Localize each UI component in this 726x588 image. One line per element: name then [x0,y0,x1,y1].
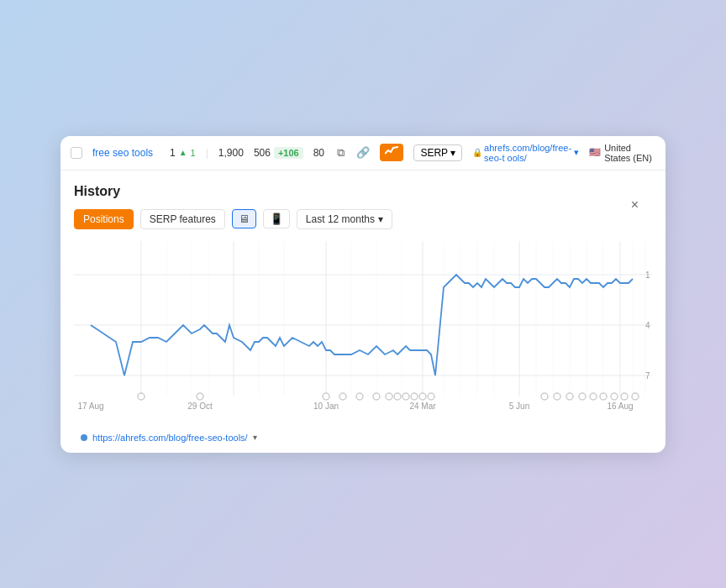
mobile-device-btn[interactable]: 📱 [263,209,290,228]
legend-url[interactable]: https://ahrefs.com/blog/free-seo-tools/ [92,433,248,443]
traffic-change-badge: +106 [274,147,303,159]
svg-point-31 [138,393,145,400]
period-button[interactable]: Last 12 months ▾ [297,209,392,229]
legend-dropdown-arrow[interactable]: ▾ [253,433,257,442]
svg-point-42 [428,393,434,400]
svg-point-45 [566,393,573,400]
svg-text:17 Aug: 17 Aug [77,402,103,411]
legend-row: https://ahrefs.com/blog/free-seo-tools/ … [74,426,652,443]
svg-text:16 Aug: 16 Aug [607,402,633,411]
svg-point-41 [419,393,426,400]
position-metric: 1 ▲ 1 [170,147,196,159]
svg-point-37 [386,393,392,400]
traffic-metric: 506 +106 [254,147,303,159]
url-link[interactable]: 🔒 ahrefs.com/blog/free-seo-t ools/ ▾ [472,143,579,163]
serp-button[interactable]: SERP ▾ [413,144,462,161]
tab-positions[interactable]: Positions [74,209,134,229]
svg-point-35 [356,393,363,400]
volume-value: 1,900 [218,147,244,159]
svg-point-44 [554,393,560,400]
svg-text:29 Oct: 29 Oct [187,402,213,411]
keyword-row: free seo tools 1 ▲ 1 | 1,900 506 +106 80… [60,136,666,171]
keyword-checkbox[interactable] [71,147,82,159]
svg-point-47 [590,393,597,400]
svg-text:7: 7 [645,371,650,381]
chart-active-button[interactable] [380,144,403,161]
svg-point-38 [394,393,401,400]
tab-serp-features[interactable]: SERP features [140,209,225,229]
svg-point-34 [339,393,346,400]
chart-area: 1 4 7 [74,241,652,426]
history-title: History [74,184,652,199]
desktop-device-btn[interactable]: 🖥 [232,209,256,228]
history-header: History × [74,184,652,199]
lock-icon: 🔒 [472,148,482,157]
close-button[interactable]: × [631,197,639,213]
history-panel: History × Positions SERP features 🖥 📱 La… [60,171,666,453]
svg-point-33 [323,393,329,400]
country-flag: 🇺🇸 United States (EN) [589,143,655,163]
keyword-text: free seo tools [92,147,160,159]
svg-point-39 [402,393,409,400]
svg-text:4: 4 [645,321,650,330]
controls-row: Positions SERP features 🖥 📱 Last 12 mont… [74,209,652,229]
copy-icon[interactable]: ⧉ [334,144,346,161]
svg-text:24 Mar: 24 Mar [409,402,436,411]
svg-point-46 [579,393,586,400]
flag-icon: 🇺🇸 [589,147,601,158]
svg-point-48 [600,393,607,400]
svg-text:10 Jan: 10 Jan [313,402,339,411]
kd-value: 80 [313,147,324,159]
svg-point-32 [197,393,203,400]
history-chart: 1 4 7 [74,241,652,426]
svg-point-40 [411,393,418,400]
svg-point-51 [632,393,639,400]
svg-point-43 [541,393,548,400]
svg-text:1: 1 [645,270,650,280]
svg-point-36 [373,393,380,400]
link-icon[interactable]: 🔗 [356,144,370,161]
svg-point-50 [621,393,628,400]
svg-point-49 [611,393,618,400]
svg-text:5 Jun: 5 Jun [509,402,529,411]
legend-dot [81,434,87,441]
